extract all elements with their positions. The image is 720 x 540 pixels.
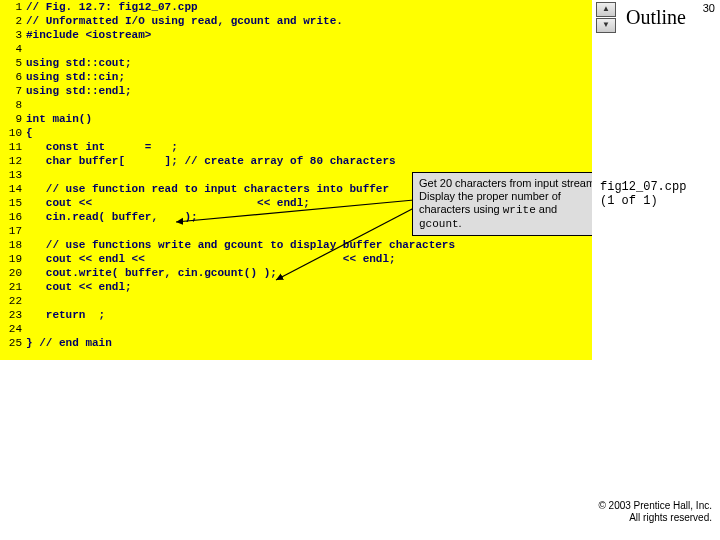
code-text: int main() xyxy=(26,112,92,126)
line-number: 14 xyxy=(0,182,26,196)
line-number: 22 xyxy=(0,294,26,308)
callout-code-gcount: gcount xyxy=(419,218,459,230)
code-line: 19 cout << endl << << endl; xyxy=(0,252,592,266)
code-line: 10{ xyxy=(0,126,592,140)
code-text: cout << << endl; xyxy=(26,196,310,210)
nav-down-button[interactable]: ▼ xyxy=(596,18,616,33)
line-number: 24 xyxy=(0,322,26,336)
line-number: 2 xyxy=(0,14,26,28)
line-number: 15 xyxy=(0,196,26,210)
outline-title: Outline xyxy=(626,6,686,29)
code-text: cout << endl << << endl; xyxy=(26,252,396,266)
copyright-line2: All rights reserved. xyxy=(629,512,712,523)
code-line: 11 const int = ; xyxy=(0,140,592,154)
code-text: return ; xyxy=(26,308,105,322)
code-text: } // end main xyxy=(26,336,112,350)
nav-up-button[interactable]: ▲ xyxy=(596,2,616,17)
code-line: 12 char buffer[ ]; // create array of 80… xyxy=(0,154,592,168)
code-line: 25} // end main xyxy=(0,336,592,350)
callout-box: Get 20 characters from input stream. Dis… xyxy=(412,172,606,236)
code-line: 23 return ; xyxy=(0,308,592,322)
code-line: 5using std::cout; xyxy=(0,56,592,70)
code-text: // Fig. 12.7: fig12_07.cpp xyxy=(26,0,198,14)
line-number: 13 xyxy=(0,168,26,182)
line-number: 23 xyxy=(0,308,26,322)
line-number: 19 xyxy=(0,252,26,266)
line-number: 25 xyxy=(0,336,26,350)
line-number: 18 xyxy=(0,238,26,252)
code-text: // Unformatted I/O using read, gcount an… xyxy=(26,14,343,28)
code-text: using std::endl; xyxy=(26,84,132,98)
file-label-part: (1 of 1) xyxy=(600,194,658,208)
line-number: 9 xyxy=(0,112,26,126)
file-label-name: fig12_07.cpp xyxy=(600,180,686,194)
code-line: 6using std::cin; xyxy=(0,70,592,84)
callout-text-3: . xyxy=(459,217,462,229)
code-line: 9int main() xyxy=(0,112,592,126)
line-number: 10 xyxy=(0,126,26,140)
line-number: 6 xyxy=(0,70,26,84)
slide: 1// Fig. 12.7: fig12_07.cpp2// Unformatt… xyxy=(0,0,720,540)
code-line: 24 xyxy=(0,322,592,336)
line-number: 17 xyxy=(0,224,26,238)
code-text: cout << endl; xyxy=(26,280,132,294)
nav-buttons: ▲ ▼ xyxy=(596,2,616,34)
code-text: const int = ; xyxy=(26,140,178,154)
code-line: 21 cout << endl; xyxy=(0,280,592,294)
line-number: 5 xyxy=(0,56,26,70)
code-text: using std::cin; xyxy=(26,70,125,84)
code-text: { xyxy=(26,126,33,140)
copyright: © 2003 Prentice Hall, Inc. All rights re… xyxy=(598,500,712,524)
file-label: fig12_07.cpp (1 of 1) xyxy=(600,180,686,208)
code-line: 20 cout.write( buffer, cin.gcount() ); xyxy=(0,266,592,280)
code-line: 7using std::endl; xyxy=(0,84,592,98)
code-line: 8 xyxy=(0,98,592,112)
callout-text-2: and xyxy=(536,203,557,215)
code-text: #include <iostream> xyxy=(26,28,151,42)
line-number: 3 xyxy=(0,28,26,42)
code-line: 2// Unformatted I/O using read, gcount a… xyxy=(0,14,592,28)
code-line: 4 xyxy=(0,42,592,56)
callout-code-write: write xyxy=(503,204,536,216)
line-number: 16 xyxy=(0,210,26,224)
code-line: 1// Fig. 12.7: fig12_07.cpp xyxy=(0,0,592,14)
code-text: cout.write( buffer, cin.gcount() ); xyxy=(26,266,277,280)
line-number: 20 xyxy=(0,266,26,280)
code-line: 3#include <iostream> xyxy=(0,28,592,42)
code-text: // use function read to input characters… xyxy=(26,182,389,196)
code-text: char buffer[ ]; // create array of 80 ch… xyxy=(26,154,396,168)
line-number: 11 xyxy=(0,140,26,154)
sidebar: ▲ ▼ Outline 30 fig12_07.cpp (1 of 1) © 2… xyxy=(592,0,720,540)
line-number: 8 xyxy=(0,98,26,112)
code-text: // use functions write and gcount to dis… xyxy=(26,238,455,252)
copyright-line1: © 2003 Prentice Hall, Inc. xyxy=(598,500,712,511)
line-number: 7 xyxy=(0,84,26,98)
code-line: 18 // use functions write and gcount to … xyxy=(0,238,592,252)
line-number: 12 xyxy=(0,154,26,168)
code-line: 22 xyxy=(0,294,592,308)
code-text: using std::cout; xyxy=(26,56,132,70)
page-number: 30 xyxy=(703,2,715,14)
line-number: 1 xyxy=(0,0,26,14)
line-number: 4 xyxy=(0,42,26,56)
code-text: cin.read( buffer, ); xyxy=(26,210,198,224)
line-number: 21 xyxy=(0,280,26,294)
